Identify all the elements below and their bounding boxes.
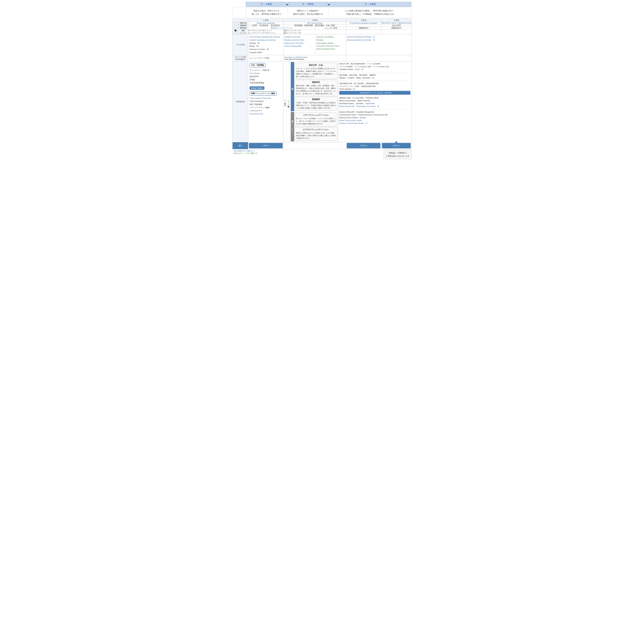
year-header-34: ３・４年次 [329,2,412,7]
koshu-y2: 20th Century Britain [283,22,346,24]
skill-y2-left: Academic Oral Skills Reading across the … [283,34,316,55]
sub-year-y3: ３年次 [346,19,381,22]
jido-cert: 「児童英語教育プログラム修了証」取得可能 [339,91,411,95]
media-comm-box: メディアコミュニケーション 様々なメッセージを分析的、クリティカルに受容したり、… [294,113,338,126]
kokusai-koshu-row: 学部共通 国際共修 Gender and Leadership 20th Cen… [232,22,412,24]
kyoiku-y3 [346,24,381,27]
rikai-y4: 国際関係学Ⅱ [381,27,412,29]
business-label: 国際ビジネス [238,29,248,34]
bunka-gengo-label: 文化・言語 [291,62,294,111]
global-y34 [346,55,412,61]
rikai-y12: 異文化コミュニケーション [248,27,316,29]
footer-note-blue: ＊青字は英語で行う授業です。 [232,150,259,152]
major-y1: 文化・言語概論 ファンタジー・児童文学 Film Criticism 英語音声学… [248,61,283,142]
major-y234: ３・４年次に学ぶ ５つの主専門分野 文化・言語 [283,61,412,142]
desc-y12: 英語力を高め、学習スキルを身につけ、専門科目の基礎を学ぶ [246,7,287,18]
eigo-kenkyu-box: 英語研究 英語の音声、語彙、文構造、文章・談話構成、意味、歴史的変化から、英語と… [294,80,338,96]
major-row: 主専攻科目 文化・言語概論 ファンタジー・児童文学 Film Criticism… [232,61,412,142]
global-row: グローバル科目留学準備科目 ニューイングランド研究 Education in a… [232,55,412,61]
header-spacer [232,2,246,7]
koshu-y4: Monozukuri Culture in Japanese Society [381,22,412,24]
kokusai-business-row: 国際ビジネス ストラテジックマネジメントヒューマンリソースマネジメント 会計とフ… [232,29,412,34]
year-header-23: ２・３年次 ▶ [287,2,328,7]
kokusai-rikai-row: 国際理解 異文化コミュニケーション ジェンダー研究 国際関係学Ⅰ 国際関係学Ⅱ [232,27,412,29]
eigo-kyoiku-box: 英語教育 小学校、中学校・高等学校の各学校種における英語の指導方法について、学習… [294,97,338,111]
eibun-courses: 英米文学 A/B 英語文化圏地域研究 アメリカ文化研究 イギリス文化研究 アメリ… [339,62,411,72]
media-courses: 情報技術と倫理 ITと社会の変容 Publication Media Media… [339,97,411,109]
business-y3 [346,29,381,34]
sub-year-y4: ４年次 [381,19,412,22]
business-y4 [381,29,412,34]
skill-row: スキル科目 Communicative Speaking and Listeni… [232,34,412,55]
major-label: 主専攻科目 [232,61,248,142]
desc-y34: より高度な英語能力を獲得し、専門分野の知識を学び、学修の集大成として卒業論文・卒… [329,7,412,18]
kyoiku-y1: 心理学 日本美術史 西洋美術史 [248,24,283,27]
business-y2: 会計とファイナンスⅠ会計とファイナンスⅡ [283,29,346,34]
koshu-y3: Cross-Border Negotiation Strategies [346,22,381,24]
skill-y34: Advanced Reading and Writing Ⅰ/Ⅱ Advance… [346,34,412,55]
koshu-label: 国際共修 [238,22,248,24]
zemi-label: ゼミ [232,142,248,149]
sub-year-row: １年次 ２年次 ３年次 ４年次 [232,19,412,22]
koshu-y1: Gender and Leadership [248,22,283,24]
page: １・２年次 ▶ ２・３年次 ▶ ３・４年次 英語力を高め、学習スキルを身につけ、… [231,0,413,161]
business-y1: ストラテジックマネジメントヒューマンリソースマネジメント [248,29,283,34]
rikai-y3: 国際関係学Ⅰ [346,27,381,29]
kokusai-comm-label: 国際コミュニケーション [291,112,294,141]
major-mid-section: 文化・言語 英米文学・文化 アメリカ・イギリスを中心に英語圏におけるテクストを読… [290,61,338,142]
vert-label-34: ３・４年次に学ぶ [283,61,287,142]
global-y2: Education in a Global Context Study Abro… [283,55,346,61]
skill-y1: Communicative Speaking and Listening Aca… [248,34,283,55]
zemi-y2 [283,142,346,149]
global-y1: ニューイングランド研究 [248,55,283,61]
desc-y23: 昭和ボストンや協定校で英語力を磨き、異文化を体験する [287,7,329,18]
kyoiku-y2: 数理基礎A 数理基礎B 環境学概論 生命と環境 [283,24,346,27]
kokusai-kyoiku-row: 国際教養 心理学 日本美術史 西洋美術史 数理基礎A 数理基礎B 環境学概論 生… [232,24,412,27]
eigo-kyoiku-courses: 英語科教育法 A/B 第二言語習得 児童英語教育演習 マイクロティーチング演習 … [339,82,411,96]
zemi-y4: ４年ゼミ [381,142,412,149]
main-table: １年次 ２年次 ３年次 ４年次 学部共通 国際共修 Gender and Lea… [232,19,412,149]
rikai-y23: ジェンダー研究 [316,27,346,29]
desc-spacer [232,7,246,18]
eibun-box: 英米文学・文化 アメリカ・イギリスを中心に英語圏におけるテクストを読み解き、画像… [294,63,338,79]
sub-year-y2: ２年次 [283,19,346,22]
kyoiku-y4: 社会心理学 [381,24,412,27]
zemi-y3: ３年ゼミ [346,142,381,149]
business-comm-box: ビジネスコミュニケーション 国内外で仕事をするうえで必要になるビジネス理論、異文… [294,127,338,141]
footer-box: 卒業論文・卒業制作で４年間の総まとめを行います [384,150,412,159]
zemi-row: ゼミ １年ゼミ ３年ゼミ ４年ゼミ [232,142,412,149]
major-right-section: 英米文学 A/B 英語文化圏地域研究 アメリカ文化研究 イギリス文化研究 アメリ… [338,61,412,142]
gakubu-label: 学部共通 [232,22,238,34]
sub-year-y1: １年次 [248,19,283,22]
footer-notes: ＊青字は英語で行う授業です。 ＊緑字はボストンで行う授業です。 [232,150,259,155]
business-courses: Business Writing A/B Hospitality Managem… [339,111,411,125]
kyoiku-label: 国際教養 [238,24,248,27]
vert-label-5: ５つの主専門分野 [287,61,290,142]
footer-note-green: ＊緑字はボストンで行う授業です。 [232,152,259,155]
year-header-12: １・２年次 ▶ [246,2,287,7]
skill-y2-right: Grammar and Writing Reading New England … [316,34,346,55]
rikai-label: 国際理解 [238,27,248,29]
eigo-kenkyu-courses: 英語学通論 英語の歴史 英語文献学 語彙研究 英語語法・文法研究 意味論 社会言… [339,74,411,81]
zemi-y1: １年ゼミ [248,142,283,149]
global-label: グローバル科目留学準備科目 [232,55,248,61]
skill-label: スキル科目 [232,34,248,55]
footer: ＊青字は英語で行う授業です。 ＊緑字はボストンで行う授業です。 卒業論文・卒業制… [232,150,412,159]
